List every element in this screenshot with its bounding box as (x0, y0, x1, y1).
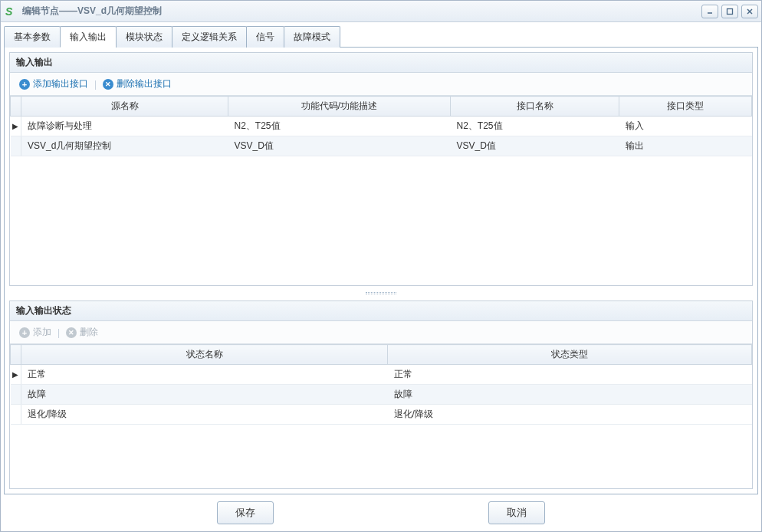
table-row[interactable]: ▶ 正常 正常 (11, 365, 752, 385)
io-col-iface[interactable]: 接口名称 (451, 97, 619, 117)
add-output-button[interactable]: + 添加输出接口 (16, 76, 91, 92)
splitter-grip-icon (366, 292, 396, 294)
io-col-type[interactable]: 接口类型 (619, 97, 752, 117)
row-indicator-icon (11, 385, 21, 405)
tab-failure-mode[interactable]: 故障模式 (284, 26, 340, 48)
app-icon: S (5, 5, 18, 18)
add-state-label: 添加 (33, 326, 51, 339)
close-button[interactable] (741, 5, 758, 18)
cell-iface[interactable]: N2、T25值 (451, 117, 619, 136)
tab-io[interactable]: 输入输出 (60, 26, 117, 48)
io-col-func[interactable]: 功能代码/功能描述 (228, 97, 451, 117)
toolbar-separator: | (57, 327, 60, 338)
io-col-source[interactable]: 源名称 (21, 97, 228, 117)
content-area: 基本参数 输入输出 模块状态 定义逻辑关系 信号 故障模式 输入输出 + 添加输… (1, 22, 761, 531)
cell-state-type[interactable]: 退化/降级 (388, 405, 752, 425)
delete-state-label: 删除 (80, 326, 98, 339)
toolbar-separator: | (94, 79, 97, 90)
tab-bar: 基本参数 输入输出 模块状态 定义逻辑关系 信号 故障模式 (4, 25, 758, 48)
cell-state-name[interactable]: 退化/降级 (21, 405, 388, 425)
table-row[interactable]: ▶ 故障诊断与处理 N2、T25值 N2、T25值 输入 (11, 117, 752, 136)
tab-basic-params[interactable]: 基本参数 (4, 26, 61, 48)
state-panel-title: 输入输出状态 (10, 301, 752, 321)
cross-icon: ✕ (66, 327, 77, 338)
save-button[interactable]: 保存 (217, 501, 274, 524)
state-toolbar: + 添加 | ✕ 删除 (10, 321, 752, 344)
cell-type[interactable]: 输出 (619, 136, 752, 156)
table-row[interactable]: VSV_d几何期望控制 VSV_D值 VSV_D值 输出 (11, 136, 752, 156)
state-col-type[interactable]: 状态类型 (388, 345, 752, 365)
footer: 保存 取消 (4, 494, 758, 531)
maximize-button[interactable] (721, 5, 738, 18)
add-output-label: 添加输出接口 (33, 77, 88, 90)
row-indicator-icon (11, 136, 21, 156)
cross-icon: ✕ (103, 79, 113, 90)
dialog-window: S 编辑节点——VSV_d几何期望控制 基本参数 输入输出 模块状态 定义逻辑关… (0, 0, 762, 532)
row-indicator-icon: ▶ (11, 365, 21, 385)
minimize-button[interactable] (701, 5, 718, 18)
tab-body: 输入输出 + 添加输出接口 | ✕ 删除输出接口 (4, 48, 758, 494)
plus-icon: + (19, 327, 30, 338)
table-row[interactable]: 故障 故障 (11, 385, 752, 405)
window-controls (701, 5, 758, 18)
io-panel-title: 输入输出 (10, 53, 752, 73)
state-grid-scroll[interactable]: 状态名称 状态类型 ▶ 正常 正常 (10, 344, 752, 488)
cell-state-type[interactable]: 正常 (388, 365, 752, 385)
plus-icon: + (19, 79, 30, 90)
delete-state-button[interactable]: ✕ 删除 (63, 324, 101, 340)
cell-iface[interactable]: VSV_D值 (451, 136, 619, 156)
tab-module-state[interactable]: 模块状态 (116, 26, 172, 48)
cell-func[interactable]: N2、T25值 (228, 117, 451, 136)
row-indicator-icon: ▶ (11, 117, 21, 136)
io-grid-scroll[interactable]: 源名称 功能代码/功能描述 接口名称 接口类型 ▶ 故障诊断与处理 N2、T25… (10, 96, 752, 285)
state-col-indicator (11, 345, 21, 365)
io-panel: 输入输出 + 添加输出接口 | ✕ 删除输出接口 (9, 52, 753, 286)
cell-state-name[interactable]: 故障 (21, 385, 388, 405)
cell-func[interactable]: VSV_D值 (228, 136, 451, 156)
titlebar: S 编辑节点——VSV_d几何期望控制 (1, 1, 761, 22)
cell-source[interactable]: VSV_d几何期望控制 (21, 136, 228, 156)
cancel-button[interactable]: 取消 (488, 501, 545, 524)
svg-rect-1 (728, 8, 733, 14)
io-col-indicator (11, 97, 21, 117)
state-grid: 状态名称 状态类型 ▶ 正常 正常 (10, 344, 752, 425)
state-panel: 输入输出状态 + 添加 | ✕ 删除 (9, 300, 753, 489)
io-toolbar: + 添加输出接口 | ✕ 删除输出接口 (10, 73, 752, 96)
cell-state-name[interactable]: 正常 (21, 365, 388, 385)
cell-type[interactable]: 输入 (619, 117, 752, 136)
table-row[interactable]: 退化/降级 退化/降级 (11, 405, 752, 425)
row-indicator-icon (11, 405, 21, 425)
io-grid: 源名称 功能代码/功能描述 接口名称 接口类型 ▶ 故障诊断与处理 N2、T25… (10, 96, 752, 156)
add-state-button[interactable]: + 添加 (16, 324, 54, 340)
cell-state-type[interactable]: 故障 (388, 385, 752, 405)
tab-signal[interactable]: 信号 (246, 26, 284, 48)
tab-logic-relation[interactable]: 定义逻辑关系 (172, 26, 247, 48)
cell-source[interactable]: 故障诊断与处理 (21, 117, 228, 136)
delete-output-label: 删除输出接口 (117, 77, 172, 90)
splitter[interactable] (9, 291, 753, 296)
window-title: 编辑节点——VSV_d几何期望控制 (22, 5, 701, 18)
delete-output-button[interactable]: ✕ 删除输出接口 (100, 76, 175, 92)
state-col-name[interactable]: 状态名称 (21, 345, 388, 365)
